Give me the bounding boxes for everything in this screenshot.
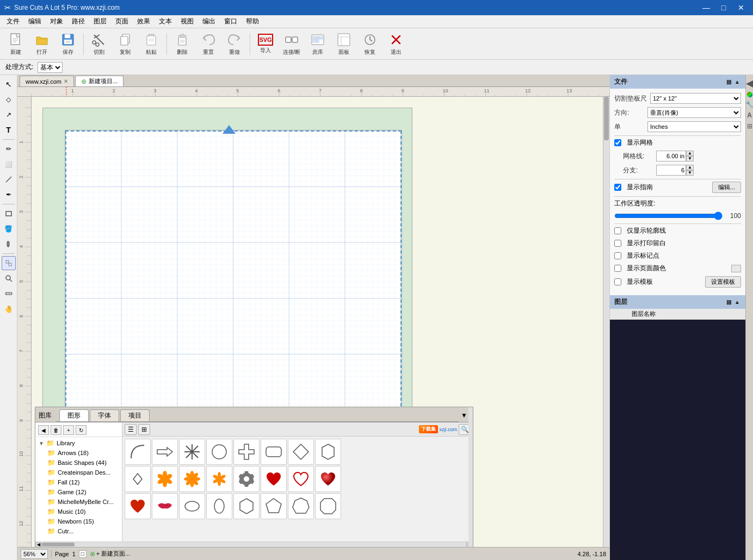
minimize-button[interactable]: — (699, 2, 714, 13)
menu-layer[interactable]: 图层 (89, 16, 111, 27)
close-button[interactable]: ✕ (733, 2, 749, 13)
shape-small-diamond[interactable] (125, 466, 151, 492)
divisions-down[interactable]: ▼ (686, 170, 694, 176)
panel-collapse-icon[interactable]: ▲ (733, 78, 741, 86)
grid-spacing-up[interactable]: ▲ (686, 151, 694, 156)
tree-back-btn[interactable]: ◀ (38, 425, 49, 435)
template-checkbox[interactable] (614, 278, 621, 285)
shape-arc[interactable] (125, 439, 151, 465)
paste-button[interactable]: 粘贴 (139, 30, 164, 58)
lib-hscroll-track[interactable] (42, 542, 466, 547)
tree-item-basic[interactable]: 📁 Basic Shapes (44) (36, 458, 121, 468)
set-template-btn[interactable]: 设置模板 (705, 276, 741, 288)
connect-button[interactable]: 连接/断 (279, 30, 304, 58)
menu-help[interactable]: 帮助 (242, 16, 263, 27)
tab-new[interactable]: ⊕ 新建项目... (75, 76, 124, 86)
shape-hexagon[interactable] (233, 493, 260, 519)
shape-arrow-r[interactable] (152, 439, 178, 465)
rstrip-font[interactable]: A (747, 111, 752, 119)
new-button[interactable]: 新建 (3, 30, 28, 58)
canvas-vscroll-thumb[interactable] (604, 97, 609, 140)
shape-cross[interactable] (233, 439, 260, 465)
tree-item-other[interactable]: 📁 Cutr... (36, 526, 121, 536)
tree-delete-btn[interactable]: 🗑 (51, 425, 61, 435)
shape-flower8[interactable] (179, 466, 205, 492)
menu-object[interactable]: 对象 (46, 16, 67, 27)
node-tool[interactable]: ◇ (2, 92, 16, 107)
page-nav-btn[interactable]: □ (79, 550, 87, 558)
opacity-slider[interactable] (614, 211, 723, 220)
shape-octagon[interactable] (315, 493, 341, 519)
grid-spacing-down[interactable]: ▼ (686, 156, 694, 161)
restore-button[interactable]: 恢复 (357, 30, 382, 58)
direction-select[interactable]: 垂直(肖像) (647, 107, 741, 118)
tree-item-library[interactable]: ▼ 📁 Library (36, 438, 121, 448)
rstrip-expand[interactable]: ◀ (744, 77, 754, 89)
tree-add-btn[interactable]: + (63, 425, 74, 435)
cut-button[interactable]: 切割 (87, 30, 112, 58)
shape-diamond6[interactable] (315, 439, 341, 465)
shape-gear[interactable] (233, 466, 260, 492)
exit-button[interactable]: 退出 (384, 30, 409, 58)
fill-tool[interactable]: 🪣 (2, 222, 16, 236)
add-page-btn[interactable]: ⊕ + 新建页面... (90, 550, 131, 558)
eraser-tool[interactable]: ⬜ (2, 157, 16, 171)
import-button[interactable]: SVG 导入 (253, 30, 278, 58)
cover-button[interactable]: 面板 (331, 30, 356, 58)
shape-heptagon[interactable] (288, 493, 314, 519)
canvas-vscrollbar[interactable] (603, 97, 609, 560)
lib-tab-shapes[interactable]: 图形 (59, 409, 89, 421)
unit-select[interactable]: Inches mm cm (647, 121, 741, 132)
measure-tool[interactable] (2, 287, 16, 301)
menu-file[interactable]: 文件 (2, 16, 24, 27)
select-tool[interactable]: ↖ (2, 77, 16, 91)
shape-flower-small[interactable] (206, 466, 232, 492)
pointer-tool[interactable]: ↗ (2, 108, 16, 122)
divisions-input[interactable] (656, 165, 686, 176)
view-list-btn[interactable]: ☰ (125, 424, 137, 435)
zoom-select[interactable]: 56% 100% 75% 50% 25% (21, 549, 48, 559)
shape-rounded-rect[interactable] (261, 439, 287, 465)
divisions-up[interactable]: ▲ (686, 165, 694, 170)
shape-heart-outline[interactable] (288, 466, 314, 492)
file-panel-header[interactable]: 文件 ▤ ▲ (610, 75, 745, 89)
hand-tool[interactable]: 🤚 (2, 302, 16, 316)
pen-tool[interactable]: ✒ (2, 188, 16, 202)
zoom-tool[interactable] (2, 271, 16, 285)
shape-heart-solid[interactable] (261, 466, 287, 492)
lib-hscroll-thumb[interactable] (42, 543, 75, 546)
page-color-checkbox[interactable] (614, 265, 621, 272)
processing-select[interactable]: 基本 (38, 62, 63, 73)
shape-asterisk[interactable] (179, 439, 205, 465)
save-button[interactable]: 保存 (55, 30, 81, 58)
mat-size-select[interactable]: 12" x 12" (650, 93, 741, 104)
layer-collapse-icon[interactable]: ▲ (733, 298, 741, 306)
only-outline-checkbox[interactable] (614, 227, 621, 234)
lib-tab-fonts[interactable]: 字体 (90, 409, 119, 421)
library-button[interactable]: 庶库 (305, 30, 330, 58)
tree-item-newborn[interactable]: 📁 Newborn (15) (36, 517, 121, 526)
shape-oval2[interactable] (206, 493, 232, 519)
shape-oval[interactable] (179, 493, 205, 519)
tree-item-fall[interactable]: 📁 Fall (12) (36, 477, 121, 487)
layer-panel-header[interactable]: 图层 ▤ ▲ (610, 295, 745, 309)
rstrip-wrench[interactable]: 🔧 (745, 101, 753, 108)
shape-circle[interactable] (206, 439, 232, 465)
undo-button[interactable]: 重置 (196, 30, 221, 58)
print-margin-checkbox[interactable] (614, 240, 621, 247)
text-tool[interactable]: T (2, 123, 16, 137)
layer-expand-btn[interactable]: ▤ (725, 298, 732, 306)
menu-text[interactable]: 文本 (155, 16, 176, 27)
tree-item-createinspan[interactable]: 📁 Createinspan Des... (36, 468, 121, 477)
menu-effect[interactable]: 效果 (133, 16, 155, 27)
tab-web-close[interactable]: ✕ (64, 78, 68, 84)
line-tool[interactable] (2, 172, 16, 186)
shape-heart-3d[interactable] (315, 466, 341, 492)
rstrip-layers[interactable]: ⊞ (747, 122, 752, 130)
shape-lips[interactable] (152, 493, 178, 519)
tree-item-arrows[interactable]: 📁 Arrows (18) (36, 448, 121, 458)
menu-window[interactable]: 窗口 (220, 16, 242, 27)
open-button[interactable]: 打开 (29, 30, 54, 58)
shape-heart-red[interactable] (125, 493, 151, 519)
shape-diamond4[interactable] (288, 439, 314, 465)
